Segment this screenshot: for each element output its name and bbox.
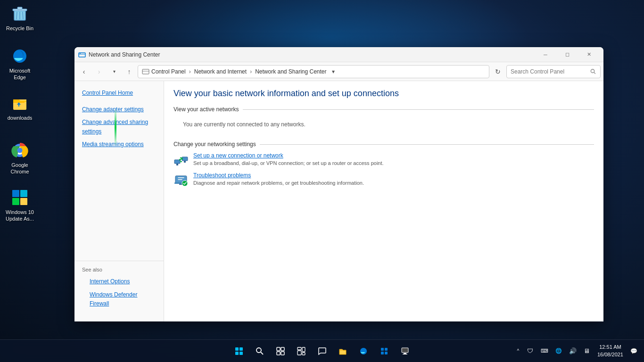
active-networks-label: View your active networks xyxy=(173,106,239,113)
recent-locations-button[interactable]: ▾ xyxy=(107,65,121,78)
forward-button[interactable]: › xyxy=(92,65,106,78)
breadcrumb-control-panel[interactable]: Control Panel xyxy=(151,68,186,75)
taskbar-app1-button[interactable] xyxy=(396,342,414,361)
section-line-1 xyxy=(243,109,594,110)
svg-rect-31 xyxy=(239,352,243,355)
breadcrumb-sep-1: › xyxy=(189,68,191,75)
svg-line-17 xyxy=(594,72,595,74)
clock-date: 16/08/2021 xyxy=(597,351,623,358)
taskbar-chat-button[interactable] xyxy=(313,342,331,361)
svg-rect-11 xyxy=(12,198,19,205)
refresh-button[interactable]: ↻ xyxy=(491,65,504,78)
taskbar-store-button[interactable] xyxy=(375,342,394,361)
system-tray: ^ 🛡 ⌨ 🌐 🔊 🖥 12:51 AM 16/08/2021 💬 xyxy=(513,342,640,361)
svg-rect-47 xyxy=(404,353,406,354)
tray-language[interactable]: 🌐 xyxy=(552,342,565,361)
sidebar-change-advanced-sharing[interactable]: Change advanced sharing settings xyxy=(74,116,164,138)
content-area: Control Panel Home Change adapter settin… xyxy=(74,81,603,321)
maximize-button[interactable]: ◻ xyxy=(556,47,578,62)
winupdate-icon xyxy=(10,188,29,207)
svg-rect-46 xyxy=(402,348,408,353)
tray-volume[interactable]: 🔊 xyxy=(566,342,579,361)
search-box[interactable] xyxy=(506,65,601,78)
svg-rect-45 xyxy=(385,352,388,354)
chrome-icon xyxy=(10,141,29,160)
breadcrumb-current[interactable]: Network and Sharing Center xyxy=(255,68,326,75)
svg-rect-35 xyxy=(281,347,284,351)
downloads-label: downloads xyxy=(8,115,33,121)
svg-rect-43 xyxy=(385,348,388,351)
svg-rect-36 xyxy=(277,352,280,355)
tray-keyboard[interactable]: ⌨ xyxy=(538,342,551,361)
sidebar-internet-options[interactable]: Internet Options xyxy=(82,275,156,288)
taskbar: ^ 🛡 ⌨ 🌐 🔊 🖥 12:51 AM 16/08/2021 💬 xyxy=(0,339,644,362)
desktop-icon-downloads[interactable]: downloads xyxy=(2,92,37,123)
svg-rect-21 xyxy=(184,161,186,163)
clock[interactable]: 12:51 AM 16/08/2021 xyxy=(594,343,626,359)
sidebar-change-adapter[interactable]: Change adapter settings xyxy=(74,103,164,116)
new-connection-text: Set up a new connection or network Set u… xyxy=(193,152,594,167)
address-field[interactable]: Control Panel › Network and Internet › N… xyxy=(138,65,489,78)
page-title: View your basic network information and … xyxy=(173,89,594,99)
sidebar-control-panel-home[interactable]: Control Panel Home xyxy=(74,87,164,99)
svg-point-32 xyxy=(256,348,261,353)
tray-security[interactable]: 🛡 xyxy=(524,342,537,361)
svg-rect-34 xyxy=(277,347,280,351)
new-connection-item: Set up a new connection or network Set u… xyxy=(173,152,594,167)
tray-chevron[interactable]: ^ xyxy=(513,342,523,361)
notification-button[interactable]: 💬 xyxy=(627,342,640,361)
start-button[interactable] xyxy=(230,342,248,361)
sidebar-windows-defender[interactable]: Windows Defender Firewall xyxy=(82,288,156,310)
address-dropdown-button[interactable]: ▾ xyxy=(329,65,338,78)
recycle-bin-icon xyxy=(10,4,29,23)
taskbar-explorer-button[interactable] xyxy=(333,342,352,361)
desktop-icon-winupdate[interactable]: Windows 10 Update As... xyxy=(2,186,37,224)
desktop: Recycle Bin Microsoft Edge downloads xyxy=(0,0,644,362)
main-panel: View your basic network information and … xyxy=(164,81,603,321)
edge-icon xyxy=(10,47,29,66)
desktop-icon-chrome[interactable]: Google Chrome xyxy=(2,139,37,177)
breadcrumb-network-internet[interactable]: Network and Internet xyxy=(194,68,247,75)
troubleshoot-icon xyxy=(173,172,189,187)
recycle-bin-label: Recycle Bin xyxy=(6,25,33,32)
sidebar: Control Panel Home Change adapter settin… xyxy=(74,81,164,321)
svg-rect-28 xyxy=(235,347,239,351)
sidebar-media-streaming[interactable]: Media streaming options xyxy=(74,138,164,151)
window-title: Network and Sharing Center xyxy=(89,51,535,58)
svg-rect-39 xyxy=(297,351,301,355)
taskbar-edge-button[interactable] xyxy=(354,342,373,361)
svg-rect-37 xyxy=(281,352,284,355)
no-network-text: You are currently not connected to any n… xyxy=(183,117,594,132)
chrome-label: Google Chrome xyxy=(4,162,35,175)
tray-network[interactable]: 🖥 xyxy=(580,342,594,361)
svg-rect-38 xyxy=(297,347,301,350)
svg-line-3 xyxy=(17,12,17,19)
svg-rect-41 xyxy=(302,353,305,355)
desktop-icon-edge[interactable]: Microsoft Edge xyxy=(2,45,37,83)
taskbar-widgets-button[interactable] xyxy=(292,342,311,361)
new-connection-link[interactable]: Set up a new connection or network xyxy=(193,152,594,159)
up-button[interactable]: ↑ xyxy=(123,65,136,78)
change-settings-label: Change your networking settings xyxy=(173,141,256,148)
svg-rect-29 xyxy=(239,347,243,351)
taskbar-search-button[interactable] xyxy=(250,342,269,361)
close-button[interactable]: ✕ xyxy=(578,47,600,62)
troubleshoot-text: Troubleshoot problems Diagnose and repai… xyxy=(193,172,594,187)
active-networks-divider: View your active networks xyxy=(173,106,594,113)
see-also-section: See also Internet Options Windows Defend… xyxy=(74,261,164,316)
edge-label: Microsoft Edge xyxy=(4,67,35,81)
clock-time: 12:51 AM xyxy=(599,344,621,351)
svg-point-8 xyxy=(17,148,23,153)
search-input[interactable] xyxy=(511,68,588,75)
back-button[interactable]: ‹ xyxy=(77,65,91,78)
minimize-button[interactable]: ─ xyxy=(535,47,556,62)
svg-rect-15 xyxy=(142,69,149,74)
svg-rect-48 xyxy=(403,354,407,354)
see-also-title: See also xyxy=(82,267,156,272)
troubleshoot-item: Troubleshoot problems Diagnose and repai… xyxy=(173,172,594,187)
taskbar-taskview-button[interactable] xyxy=(271,342,290,361)
svg-line-5 xyxy=(23,12,23,19)
new-connection-desc: Set up a broadband, dial-up, or VPN conn… xyxy=(193,160,384,166)
troubleshoot-link[interactable]: Troubleshoot problems xyxy=(193,172,594,179)
desktop-icon-recycle-bin[interactable]: Recycle Bin xyxy=(2,2,37,33)
